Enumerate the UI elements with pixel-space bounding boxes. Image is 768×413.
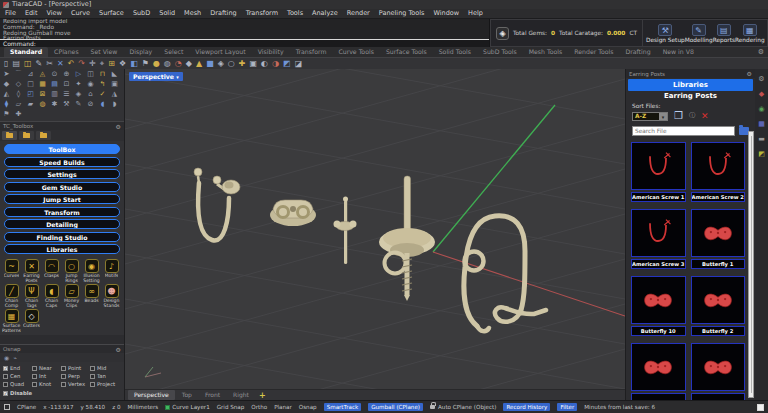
dock-panel-icon[interactable]: ▬ xyxy=(758,135,765,143)
osnap-checkbox[interactable]: Project xyxy=(90,380,119,388)
status-toggle[interactable]: Record History xyxy=(503,403,550,411)
menu-item[interactable]: File xyxy=(5,9,16,18)
osnap-checkbox[interactable]: Point xyxy=(61,364,90,372)
status-toggle[interactable]: Auto CPlane (Object) xyxy=(430,404,496,410)
sidebar-tool-icon[interactable]: ⧫ xyxy=(2,100,11,109)
library-item-card[interactable]: Butterfly 10 xyxy=(631,276,686,336)
ribbon-tab[interactable]: Drafting xyxy=(619,47,656,57)
toolbar-icon[interactable]: ↶ xyxy=(68,58,75,69)
sidebar-tool-icon[interactable]: ⌒ xyxy=(14,70,23,79)
viewport-tab[interactable]: Perspective xyxy=(128,390,175,400)
ribbon-tab[interactable]: Viewport Layout xyxy=(189,47,251,57)
status-toggle[interactable]: Grid Snap xyxy=(217,404,245,410)
toolbox-button[interactable]: Speed Builds xyxy=(4,157,120,167)
sidebar-tool-icon[interactable]: ⌂ xyxy=(86,90,95,99)
toolbar-icon[interactable]: ◔ xyxy=(175,58,182,69)
sidebar-tool-icon[interactable]: ▷ xyxy=(74,70,83,79)
sidebar-tool-icon[interactable]: ◮ xyxy=(110,90,119,99)
library-item-card[interactable]: American Screw 1 xyxy=(631,142,686,202)
osnap-checkbox[interactable]: Int xyxy=(32,372,61,380)
folder-tab[interactable] xyxy=(2,131,17,140)
sidebar-tool-icon[interactable]: ⚒ xyxy=(62,100,71,109)
osnap-checkbox[interactable]: Near xyxy=(32,364,61,372)
toolbar-icon[interactable]: ● xyxy=(153,58,160,69)
ribbon-tab[interactable]: Solid Tools xyxy=(433,47,477,57)
toolbox-button[interactable]: Jump Start xyxy=(4,194,120,204)
sidebar-tool-icon[interactable]: ✚ xyxy=(14,110,23,119)
dock-panel-icon[interactable]: ◆ xyxy=(759,90,764,98)
dock-panel-icon[interactable]: ▦ xyxy=(758,120,765,128)
toolbox-button[interactable]: Transform xyxy=(4,207,120,217)
toolbar-icon[interactable]: ❖ xyxy=(119,58,126,69)
menu-item[interactable]: Transform xyxy=(246,9,278,18)
ribbon-tab[interactable]: Transform xyxy=(290,47,333,57)
sort-dropdown[interactable]: A-Z ▾ xyxy=(632,112,668,121)
menu-item[interactable]: Edit xyxy=(25,9,38,18)
osnap-mini-icon[interactable]: ⌁ xyxy=(13,354,17,361)
sidebar-tool-icon[interactable]: ◊ xyxy=(14,90,23,99)
sidebar-tool-icon[interactable]: ⊙ xyxy=(50,70,59,79)
library-shortcut[interactable]: ◠ Clasps xyxy=(42,259,61,283)
workflow-button[interactable]: ▦ Rendering xyxy=(735,24,765,43)
status-cplane[interactable]: CPlane xyxy=(17,404,36,410)
sidebar-tool-icon[interactable]: ✎ xyxy=(74,100,83,109)
sidebar-tool-icon[interactable]: ▦ xyxy=(38,80,47,89)
ribbon-tab[interactable]: Set View xyxy=(85,47,124,57)
menu-item[interactable]: Drafting xyxy=(210,9,236,18)
sidebar-tool-icon[interactable]: ◰ xyxy=(26,90,35,99)
osnap-checkbox[interactable]: Tan xyxy=(90,372,119,380)
library-shortcut[interactable]: Ψ Chain Tags xyxy=(22,284,41,308)
viewport-tab[interactable]: Top xyxy=(176,390,198,400)
gear-icon[interactable]: ⚙ xyxy=(116,346,121,353)
toolbar-icon[interactable]: ◐ xyxy=(261,58,268,69)
sidebar-tool-icon[interactable]: ◣ xyxy=(110,70,119,79)
library-shortcut[interactable]: ◖ Chain Caps xyxy=(42,284,61,308)
sidebar-tool-icon[interactable]: ⊡ xyxy=(62,80,71,89)
library-shortcut[interactable]: ✕ Earring Posts xyxy=(22,259,41,283)
workflow-button[interactable]: ▤ Reports xyxy=(713,24,735,43)
osnap-disable-checkbox[interactable]: Disable xyxy=(3,389,32,397)
sidebar-tool-icon[interactable]: ▤ xyxy=(50,80,59,89)
osnap-checkbox[interactable]: Quad xyxy=(3,380,32,388)
viewport-tab[interactable]: Front xyxy=(199,390,226,400)
sidebar-tool-icon[interactable]: ⊕ xyxy=(62,70,71,79)
sidebar-tool-icon[interactable]: ▥ xyxy=(50,90,59,99)
sidebar-tool-icon[interactable]: ✦ xyxy=(74,80,83,89)
sidebar-tool-icon[interactable]: □ xyxy=(26,80,35,89)
toolbar-icon[interactable]: ✛ xyxy=(89,58,96,69)
library-shortcut[interactable]: ∞ Beads xyxy=(82,284,101,308)
library-item-card[interactable]: American Screw 2 xyxy=(691,142,746,202)
ribbon-tab[interactable]: Render Tools xyxy=(568,47,619,57)
toolbox-button[interactable]: Gem Studio xyxy=(4,182,120,192)
sidebar-tool-icon[interactable]: ◭ xyxy=(2,90,11,99)
menu-item[interactable]: Paneling Tools xyxy=(379,9,425,18)
search-input[interactable] xyxy=(632,126,735,136)
model-kidney-wire[interactable] xyxy=(464,216,546,331)
toolbar-icon[interactable]: ◑ xyxy=(272,58,279,69)
sidebar-tool-icon[interactable]: ▱ xyxy=(14,100,23,109)
toolbox-button[interactable]: Finding Studio xyxy=(4,232,120,242)
menu-item[interactable]: Tools xyxy=(287,9,303,18)
toolbar-icon[interactable]: ✕ xyxy=(57,58,64,69)
sidebar-tool-icon[interactable]: ⊘ xyxy=(86,100,95,109)
sidebar-tool-icon[interactable]: ◉ xyxy=(86,80,95,89)
model-screw-post-with-disc[interactable] xyxy=(379,176,435,301)
folder-tab[interactable] xyxy=(19,131,34,140)
sidebar-tool-icon[interactable]: ⚑ xyxy=(2,110,11,119)
sidebar-tool-icon[interactable]: ◬ xyxy=(38,70,47,79)
status-box-icon[interactable] xyxy=(4,404,10,410)
library-item-card[interactable] xyxy=(691,343,746,400)
sidebar-tool-icon[interactable]: ↰ xyxy=(98,80,107,89)
toolbar-icon[interactable]: ◍ xyxy=(164,58,171,69)
status-toggle[interactable]: Osnap xyxy=(299,404,317,410)
toolbar-icon[interactable]: ✚ xyxy=(239,58,246,69)
library-shortcut[interactable]: ○ Jump Rings xyxy=(62,259,81,283)
toolbar-icon[interactable]: ▯ xyxy=(4,58,8,69)
ribbon-tab[interactable]: Mesh Tools xyxy=(523,47,569,57)
info-icon[interactable]: ⓘ xyxy=(689,111,695,120)
viewport-tab[interactable]: Right xyxy=(227,390,255,400)
toolbar-icon[interactable]: ✎ xyxy=(36,58,43,69)
menu-item[interactable]: Help xyxy=(468,9,483,18)
toolbar-icon[interactable]: ▲ xyxy=(196,58,202,69)
sidebar-tool-icon[interactable]: ◍ xyxy=(38,100,47,109)
